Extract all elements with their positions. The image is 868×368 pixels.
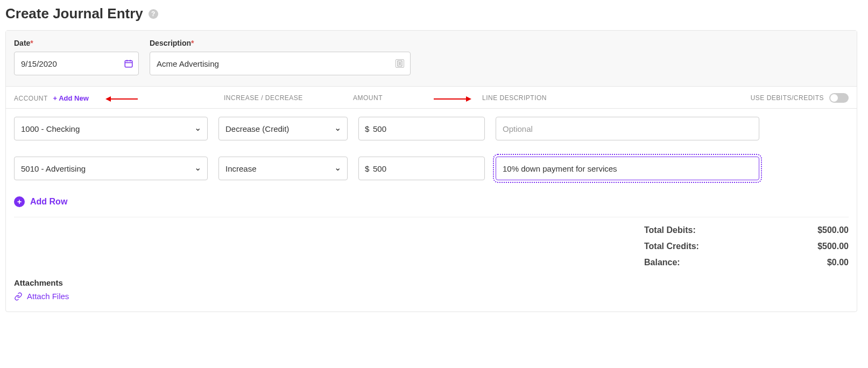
add-row-label: Add Row (30, 197, 67, 207)
attach-files-link[interactable]: Attach Files (14, 292, 849, 301)
journal-card: Date* Description* ACCOUNT (5, 30, 857, 312)
debits-credits-toggle[interactable] (829, 93, 849, 103)
plus-icon: + (14, 196, 25, 207)
help-icon[interactable]: ? (149, 9, 158, 19)
description-input[interactable] (150, 52, 411, 75)
description-input-wrap (150, 52, 411, 75)
attachments-title: Attachments (14, 278, 849, 287)
page-title-text: Create Journal Entry (5, 5, 143, 22)
svg-rect-0 (125, 61, 132, 67)
add-row-button[interactable]: + Add Row (14, 196, 849, 217)
total-debits-value: $500.00 (817, 225, 849, 235)
attach-files-label: Attach Files (27, 292, 69, 301)
dollar-icon: $ (365, 124, 369, 133)
debits-credits-toggle-wrap: USE DEBITS/CREDITS (730, 93, 849, 103)
page-title: Create Journal Entry ? (5, 5, 857, 22)
balance-value: $0.00 (827, 258, 849, 267)
account-select-wrap (14, 157, 208, 180)
header-section: Date* Description* (6, 31, 857, 87)
date-label-text: Date (14, 39, 30, 47)
account-select[interactable] (14, 117, 208, 140)
incdec-select[interactable] (218, 117, 348, 140)
linedesc-header: LINE DESCRIPTION (482, 94, 730, 102)
date-input[interactable] (14, 52, 139, 75)
note-icon (396, 59, 404, 68)
balance-row: Balance: $0.00 (644, 258, 849, 267)
amount-input[interactable] (358, 157, 485, 180)
account-header: ACCOUNT + Add New (14, 94, 224, 102)
amount-input[interactable] (358, 117, 485, 140)
total-credits-row: Total Credits: $500.00 (644, 242, 849, 251)
totals-section: Total Debits: $500.00 Total Credits: $50… (6, 225, 857, 278)
date-field-group: Date* (14, 39, 139, 75)
line-description-input[interactable] (496, 157, 759, 180)
table-row: $ (14, 117, 849, 140)
entry-rows: $ $ (6, 109, 857, 180)
description-label: Description* (150, 39, 411, 47)
amount-input-wrap: $ (358, 117, 485, 140)
total-credits-value: $500.00 (817, 242, 849, 251)
dollar-icon: $ (365, 164, 369, 173)
total-debits-row: Total Debits: $500.00 (644, 225, 849, 235)
total-credits-label: Total Credits: (644, 242, 699, 251)
description-label-text: Description (150, 39, 191, 47)
debits-credits-label: USE DEBITS/CREDITS (751, 94, 824, 102)
incdec-select[interactable] (218, 157, 348, 180)
attachments-section: Attachments Attach Files (6, 278, 857, 312)
required-marker: * (30, 39, 33, 47)
svg-marker-9 (105, 96, 111, 102)
link-icon (14, 292, 23, 301)
column-headers: ACCOUNT + Add New INCREASE / DECREASE AM… (6, 87, 857, 109)
incdec-header: INCREASE / DECREASE (224, 94, 353, 102)
total-debits-label: Total Debits: (644, 225, 696, 235)
date-label: Date* (14, 39, 139, 47)
amount-header: AMOUNT (353, 94, 482, 102)
amount-input-wrap: $ (358, 157, 485, 180)
line-description-input[interactable] (496, 117, 759, 140)
description-field-group: Description* (150, 39, 411, 75)
account-header-text: ACCOUNT (14, 95, 48, 102)
linedesc-header-text: LINE DESCRIPTION (482, 94, 547, 102)
annotation-arrow-icon (105, 95, 138, 103)
account-select[interactable] (14, 157, 208, 180)
required-marker: * (191, 39, 194, 47)
balance-label: Balance: (644, 258, 680, 267)
table-row: $ (14, 157, 849, 180)
incdec-select-wrap (218, 157, 348, 180)
add-new-account-link[interactable]: + Add New (53, 94, 88, 102)
incdec-select-wrap (218, 117, 348, 140)
date-input-wrap (14, 52, 139, 75)
calendar-icon[interactable] (124, 59, 133, 68)
account-select-wrap (14, 117, 208, 140)
